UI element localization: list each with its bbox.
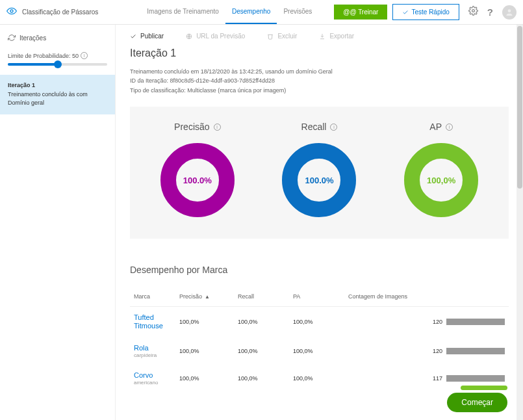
refresh-icon [8,34,16,42]
svg-point-2 [508,9,511,12]
info-icon[interactable]: i [214,124,221,131]
metric-recall: Recalli 100.0% [259,121,380,219]
count-bar [446,348,505,354]
col-count[interactable]: Contagem de Imagens [348,293,505,300]
info-icon[interactable]: i [446,124,453,131]
sort-caret-icon: ▲ [205,294,210,300]
project-icon [6,6,17,19]
ap-donut: 100,0% [402,141,480,219]
iteration-card[interactable]: Iteração 1 Treinamento concluído às com … [0,75,115,114]
top-bar: Classificação de Pássaros Imagens de Tre… [0,0,523,25]
precision-value: 100.0% [159,141,236,219]
iteration-card-title: Iteração 1 [8,81,107,90]
scrollbar-track[interactable] [517,25,523,420]
cell-recall: 100,0% [238,319,293,325]
col-tag[interactable]: Marca [134,293,179,300]
iteration-id: ID da Iteração: 8f80c8d5-d12e-4ddf-a903-… [130,76,509,85]
tag-subtext: carpideira [134,352,179,358]
cell-count: 117 [433,375,442,382]
recall-label: Recall [301,122,327,132]
cell-precision: 100,0% [179,375,238,382]
cell-ap: 100,0% [293,319,348,325]
count-bar [446,375,505,382]
main-panel: Publicar URL da Previsão Excluir Exporta… [116,25,523,420]
iteration-type: Tipo de classificação: Multiclasse (marc… [130,86,509,95]
info-icon[interactable]: i [81,52,88,59]
ap-value: 100,0% [402,141,480,219]
recall-donut: 100.0% [280,141,358,219]
col-ap[interactable]: PA [293,293,348,300]
start-button[interactable]: Começar [447,393,507,412]
iteration-title: Iteração 1 [130,47,509,59]
progress-pill [461,386,507,390]
tag-link[interactable]: Corvo [134,371,153,379]
scrollbar-thumb[interactable] [517,26,522,189]
col-recall[interactable]: Recall [238,293,293,300]
probability-threshold: Limite de Probabilidade: 50i [0,44,115,75]
quick-test-button[interactable]: Teste Rápido [392,4,459,20]
delete-button[interactable]: Excluir [267,33,297,40]
project-title: Classificação de Pássaros [22,8,98,16]
sidebar: Iterações Limite de Probabilidade: 50i I… [0,25,116,420]
svg-point-1 [472,10,474,12]
metric-ap: APi 100,0% [381,121,502,219]
threshold-label: Limite de Probabilidade: 50 [8,53,79,59]
tab-predictions[interactable]: Previsões [277,0,318,24]
tag-link[interactable]: Tufted Titmouse [134,313,163,330]
prediction-url-button[interactable]: URL da Previsão [186,33,245,40]
iteration-meta: Treinamento concluído em 18/12/2020 às 1… [130,67,509,95]
cell-precision: 100,0% [179,348,238,354]
table-row: Corvoamericano100,0%100,0%100,0%117 [130,365,509,392]
svg-point-0 [10,10,13,12]
cell-precision: 100,0% [179,319,238,325]
count-bar [446,319,505,325]
table-header: Marca Precisão▲ Recall PA Contagem de Im… [130,287,509,307]
iterations-label: Iterações [19,34,46,42]
publish-button[interactable]: Publicar [130,33,164,40]
iteration-card-line2: Domínio geral [8,99,107,108]
user-avatar[interactable] [502,5,517,20]
table-row: Tufted Titmouse100,0%100,0%100,0%120 [130,307,509,337]
cell-count: 120 [433,348,442,354]
cell-ap: 100,0% [293,375,348,382]
cell-recall: 100,0% [238,375,293,382]
help-icon[interactable]: ? [487,7,493,18]
ap-label: AP [429,122,442,132]
iteration-toolbar: Publicar URL da Previsão Excluir Exporta… [116,25,523,47]
settings-icon[interactable] [468,6,478,18]
iteration-finished: Treinamento concluído em 18/12/2020 às 1… [130,67,509,76]
iterations-header: Iterações [0,31,115,44]
train-button[interactable]: @@ Treinar [334,5,387,20]
cell-ap: 100,0% [293,348,348,354]
table-row: Rolacarpideira100,0%100,0%100,0%120 [130,337,509,365]
tag-subtext: americano [134,380,179,386]
metrics-panel: Precisãoi 100.0% Recalli 100.0% APi [130,107,509,239]
tab-training-images[interactable]: Imagens de Treinamento [140,0,225,24]
cell-recall: 100,0% [238,348,293,354]
threshold-slider[interactable] [8,63,107,66]
col-precision[interactable]: Precisão▲ [179,293,238,300]
info-icon[interactable]: i [330,124,337,131]
metric-precision: Precisãoi 100.0% [137,121,258,219]
tab-performance[interactable]: Desempenho [225,0,277,24]
performance-table: Marca Precisão▲ Recall PA Contagem de Im… [130,287,509,392]
precision-donut: 100.0% [159,141,236,219]
iteration-card-line1: Treinamento concluído às com [8,90,107,99]
tag-link[interactable]: Rola [134,344,149,352]
performance-per-tag-title: Desempenho por Marca [130,265,509,275]
cell-count: 120 [433,319,442,325]
precision-label: Precisão [174,122,209,132]
recall-value: 100.0% [280,141,358,219]
export-button[interactable]: Exportar [319,33,354,40]
main-tabs: Imagens de Treinamento Desempenho Previs… [140,0,318,24]
